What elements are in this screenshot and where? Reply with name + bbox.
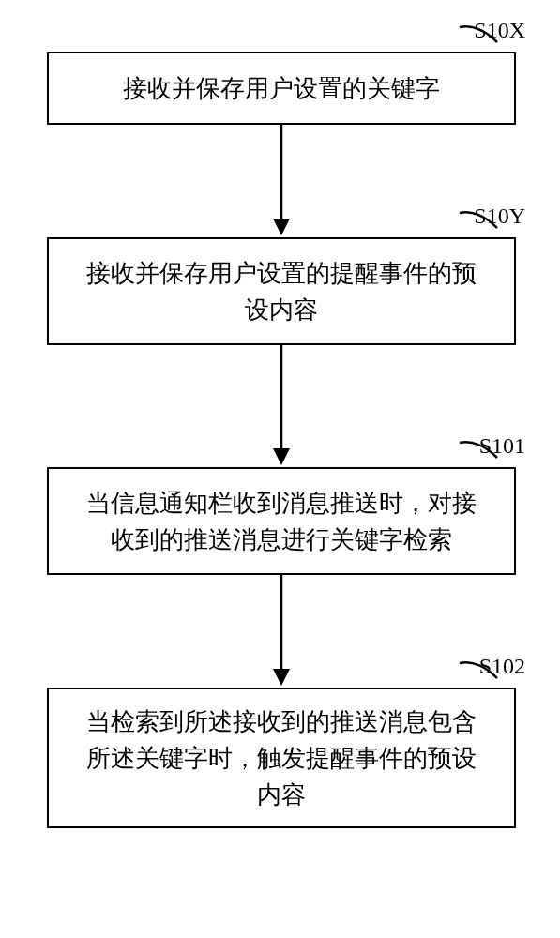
step-s101: S101 当信息通知栏收到消息推送时，对接收到的推送消息进行关键字检索 [47, 467, 516, 575]
svg-marker-5 [273, 669, 290, 686]
step-label: S102 [479, 654, 525, 679]
step-s10x: S10X 接收并保存用户设置的关键字 [47, 52, 516, 125]
step-box: 接收并保存用户设置的关键字 [47, 52, 516, 125]
step-box: 当检索到所述接收到的推送消息包含所述关键字时，触发提醒事件的预设内容 [47, 688, 516, 828]
step-box: 接收并保存用户设置的提醒事件的预设内容 [47, 237, 516, 345]
step-label: S10X [474, 18, 525, 43]
step-s10y: S10Y 接收并保存用户设置的提醒事件的预设内容 [47, 237, 516, 345]
step-s102: S102 当检索到所述接收到的推送消息包含所述关键字时，触发提醒事件的预设内容 [47, 688, 516, 828]
step-text: 当检索到所述接收到的推送消息包含所述关键字时，触发提醒事件的预设内容 [77, 704, 486, 813]
arrow-icon [47, 125, 516, 237]
svg-marker-3 [273, 448, 290, 465]
flowchart: S10X 接收并保存用户设置的关键字 S10Y 接收并保存用户设置的提醒事件的预… [47, 52, 516, 828]
step-text: 接收并保存用户设置的提醒事件的预设内容 [77, 255, 486, 328]
step-label: S101 [479, 433, 525, 459]
step-box: 当信息通知栏收到消息推送时，对接收到的推送消息进行关键字检索 [47, 467, 516, 575]
step-text: 当信息通知栏收到消息推送时，对接收到的推送消息进行关键字检索 [77, 485, 486, 558]
arrow-icon [47, 345, 516, 467]
step-text: 接收并保存用户设置的关键字 [123, 70, 440, 107]
svg-marker-1 [273, 219, 290, 235]
step-label: S10Y [474, 204, 525, 229]
arrow-icon [47, 575, 516, 688]
